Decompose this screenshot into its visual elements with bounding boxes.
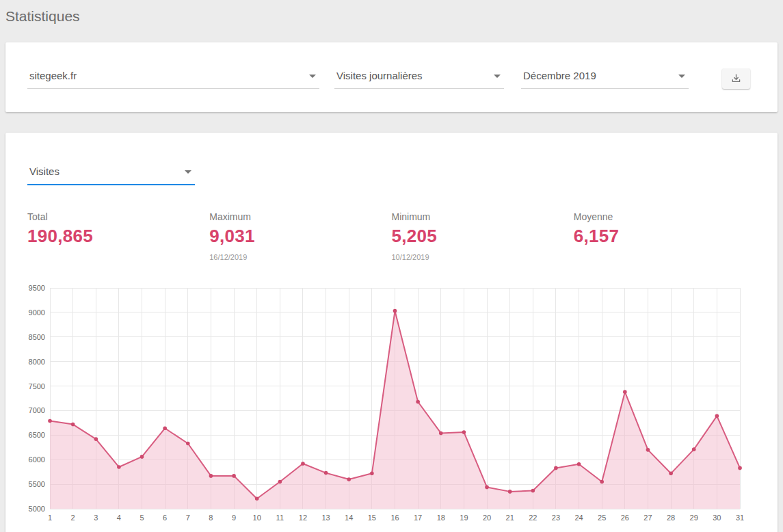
data-point bbox=[393, 309, 397, 313]
y-axis-tick-label: 8000 bbox=[29, 358, 45, 366]
y-axis-tick-label: 9500 bbox=[29, 284, 45, 292]
x-axis-tick-label: 27 bbox=[643, 514, 652, 522]
data-point bbox=[347, 477, 351, 481]
stat-minimum: Minimum 5,205 10/12/2019 bbox=[392, 211, 574, 262]
x-axis-tick-label: 29 bbox=[690, 514, 698, 522]
x-axis-tick-label: 25 bbox=[598, 514, 606, 522]
metric-select[interactable]: Visites journalières bbox=[334, 67, 504, 89]
period-select-value: Décembre 2019 bbox=[523, 70, 596, 81]
x-axis-tick-label: 17 bbox=[414, 514, 422, 522]
data-point bbox=[48, 419, 52, 423]
x-axis-tick-label: 26 bbox=[621, 514, 629, 522]
period-select[interactable]: Décembre 2019 bbox=[521, 67, 689, 89]
data-point bbox=[715, 414, 719, 418]
filters-card: sitegeek.fr Visites journalières Décembr… bbox=[5, 42, 778, 112]
data-point bbox=[738, 466, 742, 470]
chevron-down-icon bbox=[678, 75, 685, 78]
x-axis-tick-label: 18 bbox=[437, 514, 445, 522]
stat-total: Total 190,865 bbox=[27, 211, 209, 262]
x-axis-tick-label: 1 bbox=[48, 514, 52, 522]
y-axis-tick-label: 5000 bbox=[29, 505, 45, 513]
data-point bbox=[94, 437, 98, 441]
series-select-value: Visites bbox=[29, 165, 59, 177]
x-axis-tick-label: 28 bbox=[667, 514, 675, 522]
data-point bbox=[71, 423, 75, 427]
filters-toolbar: sitegeek.fr Visites journalières Décembr… bbox=[27, 67, 750, 89]
x-axis-tick-label: 16 bbox=[390, 514, 399, 522]
stat-label: Moyenne bbox=[574, 211, 756, 222]
series-select[interactable]: Visites bbox=[27, 163, 195, 185]
visits-chart[interactable]: 1234567891011121314151617181920212223242… bbox=[23, 282, 756, 526]
data-point bbox=[554, 466, 558, 470]
y-axis-tick-label: 7000 bbox=[29, 406, 45, 414]
data-point bbox=[508, 490, 512, 494]
site-select-value: sitegeek.fr bbox=[29, 70, 77, 81]
data-point bbox=[278, 480, 282, 484]
data-point bbox=[531, 489, 535, 493]
x-axis-tick-label: 21 bbox=[506, 514, 514, 522]
x-axis-tick-label: 8 bbox=[209, 514, 213, 522]
data-point bbox=[462, 430, 466, 434]
stat-moyenne: Moyenne 6,157 bbox=[574, 211, 756, 262]
x-axis-tick-label: 7 bbox=[186, 514, 190, 522]
stats-card: Visites Total 190,865 Maximum 9,031 16/1… bbox=[5, 133, 778, 532]
x-axis-tick-label: 23 bbox=[552, 514, 560, 522]
stat-label: Minimum bbox=[392, 211, 574, 222]
data-point bbox=[301, 462, 305, 466]
data-point bbox=[117, 465, 121, 469]
stats-row: Total 190,865 Maximum 9,031 16/12/2019 M… bbox=[27, 211, 756, 262]
data-point bbox=[485, 486, 489, 490]
stat-maximum: Maximum 9,031 16/12/2019 bbox=[209, 211, 391, 262]
data-point bbox=[439, 431, 443, 436]
data-point bbox=[255, 496, 259, 501]
y-axis-tick-label: 6500 bbox=[29, 431, 45, 439]
metric-select-value: Visites journalières bbox=[336, 70, 423, 81]
y-axis-tick-label: 8500 bbox=[29, 333, 45, 341]
y-axis-tick-label: 7500 bbox=[29, 382, 45, 390]
x-axis-tick-label: 2 bbox=[71, 514, 75, 522]
chevron-down-icon bbox=[185, 170, 191, 174]
x-axis-tick-label: 9 bbox=[232, 514, 236, 522]
x-axis-tick-label: 19 bbox=[460, 514, 468, 522]
x-axis-tick-label: 31 bbox=[736, 514, 744, 522]
x-axis-tick-label: 14 bbox=[345, 514, 353, 522]
chevron-down-icon bbox=[309, 75, 316, 78]
x-axis-tick-label: 3 bbox=[94, 514, 98, 522]
data-point bbox=[577, 462, 581, 466]
data-point bbox=[623, 390, 627, 394]
y-axis-tick-label: 6000 bbox=[29, 455, 45, 464]
data-point bbox=[646, 448, 650, 452]
stat-value: 5,205 bbox=[392, 226, 574, 247]
data-point bbox=[669, 472, 673, 476]
stat-date bbox=[574, 253, 756, 262]
stat-value: 190,865 bbox=[27, 226, 209, 247]
x-axis-tick-label: 24 bbox=[574, 514, 583, 522]
x-axis-tick-label: 4 bbox=[117, 514, 121, 522]
x-axis-tick-label: 22 bbox=[529, 514, 537, 522]
x-axis-tick-label: 15 bbox=[368, 514, 376, 522]
stat-date bbox=[27, 253, 209, 262]
data-point bbox=[600, 480, 604, 484]
x-axis-tick-label: 13 bbox=[321, 514, 330, 522]
x-axis-tick-label: 5 bbox=[140, 514, 144, 522]
data-point bbox=[324, 471, 328, 475]
data-point bbox=[232, 474, 236, 478]
stat-value: 9,031 bbox=[209, 226, 391, 247]
x-axis-tick-label: 6 bbox=[163, 514, 167, 522]
series-area-fill bbox=[50, 311, 740, 509]
x-axis-tick-label: 12 bbox=[299, 514, 307, 522]
x-axis-tick-label: 10 bbox=[253, 514, 261, 522]
site-select[interactable]: sitegeek.fr bbox=[27, 67, 319, 89]
data-point bbox=[186, 442, 190, 446]
data-point bbox=[416, 400, 420, 404]
stat-label: Maximum bbox=[209, 211, 391, 222]
stat-value: 6,157 bbox=[574, 226, 756, 247]
download-icon bbox=[730, 72, 743, 85]
chevron-down-icon bbox=[494, 75, 501, 78]
visits-area-chart[interactable]: 1234567891011121314151617181920212223242… bbox=[23, 282, 748, 523]
y-axis-tick-label: 5500 bbox=[29, 480, 45, 488]
data-point bbox=[163, 426, 167, 430]
statistics-page: Statistiques sitegeek.fr Visites journal… bbox=[0, 8, 783, 532]
download-button[interactable] bbox=[722, 68, 750, 89]
stat-label: Total bbox=[27, 211, 209, 222]
